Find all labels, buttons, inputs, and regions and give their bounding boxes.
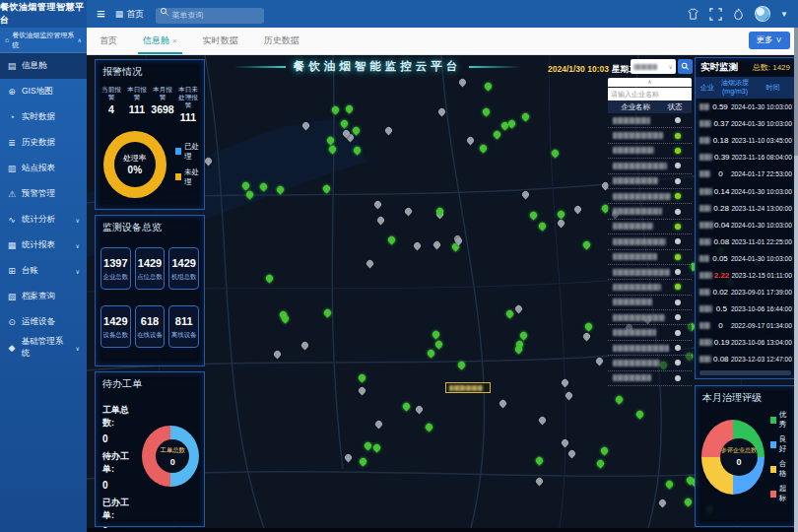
sidebar-item-analysis[interactable]: ∿统计分析∨ [0,207,87,233]
enterprise-row[interactable] [608,296,692,310]
sidebar-item-system[interactable]: ◆基础管理系统∨ [0,335,87,361]
device-card[interactable]: 1429设备总数 [100,305,131,348]
fullscreen-icon[interactable] [709,8,722,21]
sidebar-item-alarm[interactable]: ⚠预警管理 [0,181,87,207]
scrollbar[interactable] [794,28,798,532]
enterprise-row[interactable] [608,189,692,204]
map-tooltip[interactable] [445,382,491,393]
enterprise-name-redacted [699,154,712,161]
tab-历史数据[interactable]: 历史数据 [251,28,312,54]
monitor-row[interactable]: 0.022023-09-01 17:39:00 [696,284,795,300]
enterprise-row[interactable] [608,144,692,159]
monitor-row[interactable]: 0.592024-01-30 10:03:00 [696,99,795,115]
chevron-down-icon: ∨ [669,63,673,70]
more-button[interactable]: 更多 ∨ [749,32,790,49]
menu-search-input[interactable] [156,8,264,24]
sidebar-item-ledger[interactable]: ⊞台账∨ [0,258,87,284]
monitor-row[interactable]: 0.182023-11-10 03:45:00 [696,132,795,149]
device-card[interactable]: 811离线设备 [168,305,199,348]
enterprise-row[interactable] [608,113,692,128]
sidebar-item-report[interactable]: ▥站点报表 [0,156,87,181]
sidebar-item-label: 统计分析 [22,214,55,226]
enterprise-row[interactable] [608,310,692,325]
enterprise-row[interactable] [608,234,692,249]
enterprise-name-redacted [613,360,660,366]
device-card-value: 811 [170,315,197,327]
monitor-row[interactable]: 0.082023-11-01 22:25:00 [696,233,795,250]
monitor-row[interactable]: 0.082023-12-03 12:47:00 [696,351,795,367]
status-dot-on [675,254,681,260]
enterprise-name-input[interactable] [608,88,692,100]
close-icon[interactable]: × [172,36,177,45]
enterprise-row[interactable] [608,220,692,234]
enterprise-row[interactable] [608,341,692,356]
sidebar-item-dashboard[interactable]: ▤信息舱 [0,53,87,79]
tab-信息舱[interactable]: 信息舱× [130,28,190,54]
home-button[interactable]: ▦ 首页 [115,8,145,21]
device-card[interactable]: 1429点位总数 [135,247,166,290]
home-icon: ⌂ [5,36,9,43]
scrollbar-thumb[interactable] [794,28,798,156]
app-title: 餐饮油烟管理智慧平台 [0,0,87,28]
map-canvas[interactable]: 餐饮油烟智能监控云平台 2024/1/30 10:03星期二 报警情况 当前报警… [87,55,798,528]
enterprise-row[interactable] [608,265,692,280]
monitor-row[interactable]: 0.052024-01-30 10:03:00 [696,250,795,267]
monitor-scroll-handle[interactable] [699,370,791,375]
enterprise-name-redacted [613,253,657,260]
status-dot-off [675,375,681,381]
device-card[interactable]: 1397企业总数 [100,247,131,290]
monitor-row[interactable]: 02022-09-17 01:34:00 [696,317,795,334]
device-card[interactable]: 618在线设备 [135,305,166,348]
device-card[interactable]: 1429机组总数 [168,247,199,290]
enterprise-row[interactable] [608,128,692,143]
realtime-monitor-panel: 实时监测 总数: 1429 企业 油烟浓度(mg/m3) 时间 0.592024… [695,57,796,379]
legend-label: 未处理 [184,167,204,187]
monitor-row[interactable]: 0.282023-11-24 13:00:00 [696,200,795,217]
enterprise-search-button[interactable] [678,59,693,74]
enterprise-filter-select[interactable]: ∨ [631,59,676,74]
enterprise-row[interactable] [608,250,692,265]
enterprise-row[interactable] [608,371,692,386]
monitor-row[interactable]: 0.142024-01-30 10:03:00 [696,182,795,199]
monitor-row[interactable]: 0.372024-01-30 10:03:00 [696,115,795,132]
enterprise-row[interactable] [608,356,692,370]
enterprise-row[interactable] [608,280,692,295]
monitor-row[interactable]: 02024-01-17 22:53:00 [696,166,795,182]
enterprise-row[interactable] [608,159,692,173]
enterprise-row[interactable] [608,204,692,219]
dropdown-chevron-icon[interactable]: ▼ [780,10,788,19]
hamburger-icon[interactable]: ≡ [97,0,105,28]
sidebar-item-stats[interactable]: ▦统计报表∨ [0,233,87,258]
avatar[interactable] [755,6,770,22]
tab-首页[interactable]: 首页 [87,28,130,54]
sidebar-item-history[interactable]: ≣历史数据 [0,130,87,156]
notification-icon[interactable] [732,8,745,21]
enterprise-row[interactable] [608,174,692,189]
sidebar-item-clock[interactable]: ◔实时数据 [0,104,87,130]
sidebar-item-map[interactable]: ⊕GIS地图 [0,79,87,104]
workorder-donut-value: 0 [170,457,175,467]
monitor-row[interactable]: 2.222023-12-15 01:11:00 [696,267,795,284]
monitor-row[interactable]: 0.52023-10-06 16:44:00 [696,300,795,317]
tab-实时数据[interactable]: 实时数据 [190,28,251,54]
legend-label: 已处理 [184,142,204,162]
monitor-row[interactable]: 0.042024-01-30 10:03:00 [696,217,795,233]
monitor-row[interactable]: 0.392023-11-16 08:04:00 [696,149,795,166]
enterprise-list-header: 企业名称 状态 [608,100,692,113]
sidebar-item-archive[interactable]: ▧档案查询 [0,284,87,309]
reading-time: 2024-01-30 10:03:00 [731,188,795,195]
status-dot-on [675,133,681,139]
theme-icon[interactable] [687,8,699,21]
sidebar-system-header[interactable]: ⌂ 餐饮油烟监控管理系统 ∧ [0,28,87,53]
sidebar-item-device[interactable]: ⊙运维设备 [0,309,87,335]
enterprise-name-redacted [699,322,710,329]
alarm-stat-value: 111 [124,103,150,115]
monitor-row[interactable]: 0.192023-10-06 13:04:00 [696,334,795,351]
enterprise-row[interactable] [608,325,692,340]
legend-item: 良好 [770,434,791,454]
monitor-total: 总数: 1429 [753,62,790,73]
collapse-handle[interactable]: ∧ [608,78,692,87]
device-card-row: 1429设备总数618在线设备811离线设备 [96,305,204,348]
status-dot-on [675,193,681,199]
history-icon: ≣ [7,138,17,148]
